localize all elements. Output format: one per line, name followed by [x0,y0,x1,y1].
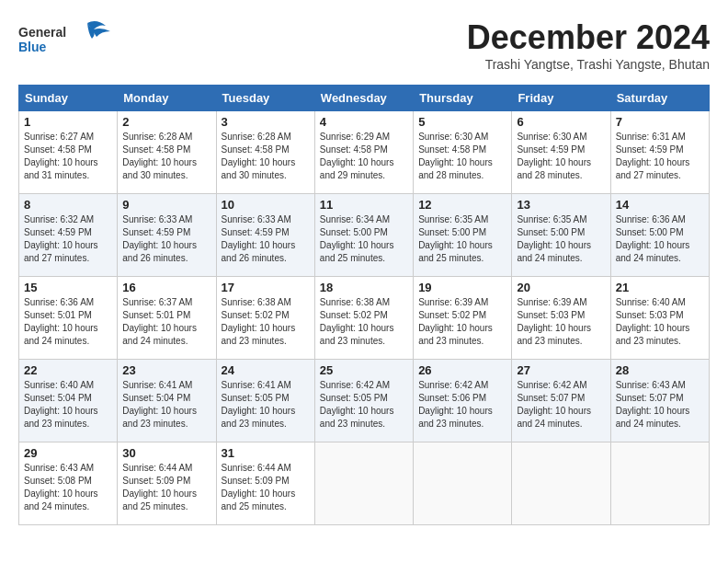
day-number: 18 [320,281,408,294]
day-number: 15 [24,281,112,294]
day-daylight: Daylight: 10 hours and 26 minutes. [122,240,197,263]
table-row: 19 Sunrise: 6:39 AM Sunset: 5:02 PM Dayl… [414,277,512,360]
day-number: 24 [222,363,310,377]
day-daylight: Daylight: 10 hours and 24 minutes. [616,240,690,263]
table-row: 30 Sunrise: 6:44 AM Sunset: 5:09 PM Dayl… [118,442,216,525]
day-daylight: Daylight: 10 hours and 24 minutes. [122,323,197,346]
day-sunset: Sunset: 5:03 PM [616,310,684,320]
day-sunrise: Sunrise: 6:42 AM [418,380,488,390]
day-sunset: Sunset: 5:01 PM [24,310,92,320]
table-row: 16 Sunrise: 6:37 AM Sunset: 5:01 PM Dayl… [118,277,216,360]
table-row: 20 Sunrise: 6:39 AM Sunset: 5:03 PM Dayl… [512,277,610,360]
day-daylight: Daylight: 10 hours and 25 minutes. [320,240,394,263]
table-row: 22 Sunrise: 6:40 AM Sunset: 5:04 PM Dayl… [19,360,118,442]
day-number: 16 [122,281,210,294]
day-sunrise: Sunrise: 6:38 AM [222,297,291,307]
day-number: 21 [616,281,704,294]
day-number: 12 [418,198,506,212]
table-row: 9 Sunrise: 6:33 AM Sunset: 4:59 PM Dayli… [118,194,216,277]
day-daylight: Daylight: 10 hours and 23 minutes. [122,406,197,429]
table-row [512,442,610,525]
calendar-table: Sunday Monday Tuesday Wednesday Thursday… [18,85,710,525]
table-row: 5 Sunrise: 6:30 AM Sunset: 4:58 PM Dayli… [414,111,512,194]
day-number: 13 [517,198,605,212]
day-number: 26 [418,363,506,377]
day-daylight: Daylight: 10 hours and 25 minutes. [222,488,296,511]
table-row: 29 Sunrise: 6:43 AM Sunset: 5:08 PM Dayl… [19,442,118,525]
day-number: 2 [122,115,210,129]
day-sunset: Sunset: 5:06 PM [418,393,486,403]
day-daylight: Daylight: 10 hours and 25 minutes. [122,488,197,511]
day-daylight: Daylight: 10 hours and 24 minutes. [24,488,98,511]
day-sunrise: Sunrise: 6:30 AM [418,132,488,142]
day-sunrise: Sunrise: 6:28 AM [222,132,291,142]
day-sunrise: Sunrise: 6:37 AM [122,297,192,307]
day-number: 25 [320,363,408,377]
general-blue-logo: General Blue [18,18,119,60]
day-sunset: Sunset: 4:59 PM [122,227,190,237]
day-sunrise: Sunrise: 6:36 AM [24,297,94,307]
col-thursday: Thursday [414,86,512,111]
day-sunrise: Sunrise: 6:43 AM [616,380,686,390]
table-row: 11 Sunrise: 6:34 AM Sunset: 5:00 PM Dayl… [314,194,413,277]
day-sunrise: Sunrise: 6:41 AM [122,380,192,390]
day-sunset: Sunset: 5:02 PM [418,310,486,320]
day-number: 28 [616,363,704,377]
table-row: 2 Sunrise: 6:28 AM Sunset: 4:58 PM Dayli… [118,111,216,194]
day-sunset: Sunset: 5:00 PM [517,227,585,237]
day-number: 8 [24,198,112,212]
table-row: 15 Sunrise: 6:36 AM Sunset: 5:01 PM Dayl… [19,277,118,360]
day-number: 7 [616,115,704,129]
day-number: 29 [24,446,112,460]
day-sunrise: Sunrise: 6:42 AM [517,380,586,390]
day-number: 22 [24,363,112,377]
table-row: 3 Sunrise: 6:28 AM Sunset: 4:58 PM Dayli… [216,111,314,194]
day-sunrise: Sunrise: 6:43 AM [24,463,94,473]
day-sunset: Sunset: 4:58 PM [122,144,190,155]
day-sunset: Sunset: 5:05 PM [222,393,290,403]
calendar-title: December 2024 [467,18,710,57]
day-daylight: Daylight: 10 hours and 23 minutes. [418,406,493,429]
day-daylight: Daylight: 10 hours and 28 minutes. [517,157,591,180]
day-sunrise: Sunrise: 6:31 AM [616,132,686,142]
table-row: 12 Sunrise: 6:35 AM Sunset: 5:00 PM Dayl… [414,194,512,277]
day-daylight: Daylight: 10 hours and 28 minutes. [418,157,493,180]
day-sunrise: Sunrise: 6:44 AM [222,463,291,473]
table-row: 28 Sunrise: 6:43 AM Sunset: 5:07 PM Dayl… [610,360,709,442]
day-sunrise: Sunrise: 6:42 AM [320,380,390,390]
day-sunset: Sunset: 4:58 PM [222,144,290,155]
table-row: 4 Sunrise: 6:29 AM Sunset: 4:58 PM Dayli… [314,111,413,194]
day-daylight: Daylight: 10 hours and 24 minutes. [616,406,690,429]
day-sunrise: Sunrise: 6:27 AM [24,132,94,142]
day-sunrise: Sunrise: 6:40 AM [616,297,686,307]
day-daylight: Daylight: 10 hours and 23 minutes. [24,406,98,429]
day-number: 27 [517,363,605,377]
table-row: 25 Sunrise: 6:42 AM Sunset: 5:05 PM Dayl… [314,360,413,442]
day-daylight: Daylight: 10 hours and 25 minutes. [418,240,493,263]
day-sunrise: Sunrise: 6:40 AM [24,380,94,390]
day-number: 19 [418,281,506,294]
day-sunrise: Sunrise: 6:29 AM [320,132,390,142]
day-daylight: Daylight: 10 hours and 30 minutes. [122,157,197,180]
day-daylight: Daylight: 10 hours and 23 minutes. [418,323,493,346]
day-sunset: Sunset: 4:59 PM [517,144,585,155]
day-sunset: Sunset: 5:03 PM [517,310,585,320]
table-row: 8 Sunrise: 6:32 AM Sunset: 4:59 PM Dayli… [19,194,118,277]
day-sunset: Sunset: 4:59 PM [24,227,92,237]
title-section: December 2024 Trashi Yangtse, Trashi Yan… [467,18,710,81]
calendar-header-row: Sunday Monday Tuesday Wednesday Thursday… [19,86,710,111]
table-row: 27 Sunrise: 6:42 AM Sunset: 5:07 PM Dayl… [512,360,610,442]
day-sunset: Sunset: 4:59 PM [222,227,290,237]
col-friday: Friday [512,86,610,111]
day-daylight: Daylight: 10 hours and 23 minutes. [320,406,394,429]
day-number: 30 [122,446,210,460]
col-wednesday: Wednesday [314,86,413,111]
day-number: 31 [222,446,310,460]
svg-text:Blue: Blue [18,40,47,54]
day-sunrise: Sunrise: 6:36 AM [616,214,686,224]
day-sunset: Sunset: 5:00 PM [320,227,388,237]
calendar-week-row: 22 Sunrise: 6:40 AM Sunset: 5:04 PM Dayl… [19,360,710,442]
day-number: 5 [418,115,506,129]
day-daylight: Daylight: 10 hours and 23 minutes. [222,406,296,429]
day-sunrise: Sunrise: 6:30 AM [517,132,586,142]
